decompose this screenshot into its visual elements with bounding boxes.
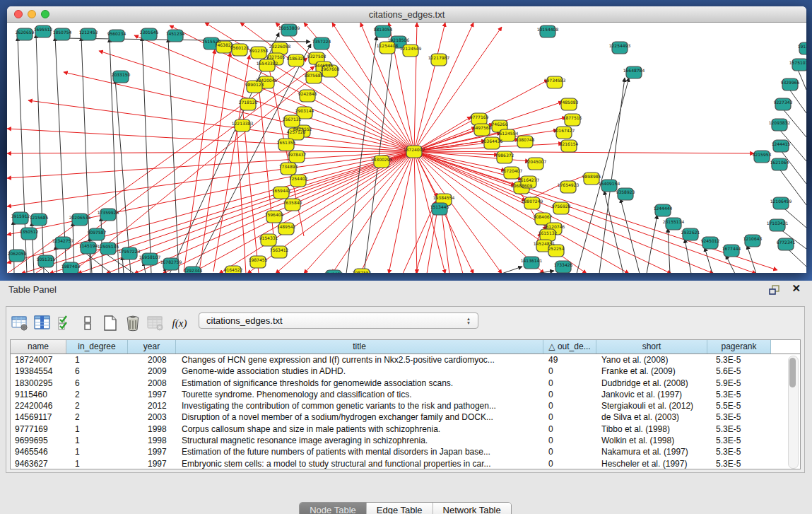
table-row[interactable]: 911546021997Tourette syndrome. Phenomeno… — [11, 389, 800, 400]
citation-edge-red[interactable] — [7, 151, 414, 206]
table-cell[interactable]: Tourette syndrome. Phenomenology and cla… — [176, 389, 543, 400]
table-cell[interactable]: Genome-wide association studies in ADHD. — [176, 366, 543, 377]
citation-edge-black[interactable] — [502, 267, 522, 273]
table-cell[interactable]: 0 — [543, 446, 596, 457]
table-cell[interactable]: Changes of HCN gene expression and I(f) … — [176, 354, 543, 366]
table-cell[interactable]: 5.9E-5 — [707, 378, 771, 389]
table-cell[interactable]: 1 — [66, 354, 128, 366]
table-cell[interactable]: Yano et al. (2008) — [596, 354, 707, 366]
show-column-icon[interactable] — [32, 313, 53, 334]
table-cell[interactable]: 18300295 — [11, 378, 66, 389]
table-row[interactable]: 2242004622012Investigating the contribut… — [11, 400, 800, 411]
citation-edge-black[interactable] — [620, 199, 640, 273]
column-header-year[interactable]: year — [128, 340, 176, 354]
tab-node-table[interactable]: Node Table — [300, 503, 366, 514]
citation-edge-red[interactable] — [414, 23, 445, 151]
network-canvas[interactable]: 2620659169551218507541212453956023423016… — [7, 23, 806, 273]
citation-edge-red[interactable] — [7, 151, 414, 153]
table-cell[interactable]: Dudbridge et al. (2008) — [596, 378, 707, 389]
table-cell[interactable]: 0 — [543, 378, 596, 389]
delete-trash-icon[interactable] — [122, 313, 143, 334]
column-header-in_degree[interactable]: in_degree — [66, 340, 128, 354]
table-cell[interactable]: 0 — [543, 458, 596, 469]
table-cell[interactable]: 0 — [543, 435, 596, 446]
table-cell[interactable]: 9463627 — [11, 458, 66, 469]
citation-edge-red[interactable] — [389, 151, 414, 273]
table-cell[interactable]: 1 — [66, 435, 128, 446]
citation-edge-black[interactable] — [747, 245, 756, 273]
minimize-window-icon[interactable] — [28, 10, 36, 18]
table-cell[interactable]: 1998 — [128, 424, 176, 435]
table-cell[interactable]: 5.3E-5 — [707, 446, 771, 457]
column-header-pagerank[interactable]: pagerank — [707, 340, 771, 354]
table-cell[interactable]: Estimation of the future numbers of pati… — [176, 446, 543, 457]
citation-edge-black[interactable] — [705, 247, 712, 273]
table-cell[interactable]: Franke et al. (2009) — [596, 366, 707, 377]
scrollbar-thumb[interactable] — [789, 358, 796, 387]
table-cell[interactable]: 5.3E-5 — [707, 424, 771, 435]
table-cell[interactable]: 2 — [66, 411, 128, 423]
table-cell[interactable]: Investigating the contribution of common… — [176, 400, 543, 411]
table-cell[interactable]: 9465546 — [11, 446, 66, 457]
citation-edge-red[interactable] — [414, 151, 671, 273]
close-window-icon[interactable] — [14, 10, 23, 18]
tab-network-table[interactable]: Network Table — [433, 503, 511, 514]
citation-edge-red[interactable] — [414, 23, 417, 151]
citation-edge-black[interactable] — [536, 271, 554, 273]
citation-edge-black[interactable] — [64, 38, 310, 42]
float-panel-icon[interactable] — [768, 284, 781, 296]
table-row[interactable]: 946554611997Estimation of the future num… — [11, 446, 800, 457]
column-header-out_de[interactable]: △ out_de... — [543, 340, 596, 354]
citation-edge-red[interactable] — [21, 151, 414, 273]
table-row[interactable]: 1872400712008Changes of HCN gene express… — [11, 354, 800, 366]
table-cell[interactable]: 19384554 — [11, 366, 66, 377]
zoom-window-icon[interactable] — [41, 10, 49, 18]
new-document-icon[interactable] — [100, 313, 121, 334]
table-cell[interactable]: Estimation of significance thresholds fo… — [176, 378, 543, 389]
table-cell[interactable]: 5.3E-5 — [707, 435, 771, 446]
table-cell[interactable]: 0 — [543, 400, 596, 411]
table-cell[interactable]: Embryonic stem cells: a model to study s… — [176, 458, 543, 469]
table-cell[interactable]: 5.3E-5 — [707, 354, 771, 366]
table-cell[interactable]: 6 — [66, 378, 128, 389]
citation-edge-black[interactable] — [346, 36, 377, 273]
table-cell[interactable]: Nakamura et al. (1997) — [596, 446, 707, 457]
table-row[interactable]: 1456911722003Disruption of a novel membe… — [11, 411, 800, 423]
table-row[interactable]: 1830029562008Estimation of significance … — [11, 378, 800, 389]
table-cell[interactable]: Tibbo et al. (1998) — [596, 424, 707, 435]
table-cell[interactable]: de Silva et al. (2003) — [596, 411, 707, 423]
table-cell[interactable]: 5.5E-5 — [707, 400, 771, 411]
citation-edge-black[interactable] — [142, 37, 151, 273]
network-graph[interactable]: 2620659169551218507541212453956023423016… — [7, 23, 806, 273]
table-cell[interactable]: 1997 — [128, 446, 176, 457]
rows-icon[interactable] — [77, 313, 98, 334]
table-cell[interactable]: 5.6E-5 — [707, 366, 771, 377]
table-cell[interactable]: 1997 — [128, 458, 176, 469]
table-cell[interactable]: 2008 — [128, 354, 176, 366]
citation-edge-red[interactable] — [7, 151, 414, 178]
window-titlebar[interactable]: citations_edges.txt — [7, 6, 806, 23]
tab-edge-table[interactable]: Edge Table — [366, 503, 433, 514]
citation-edge-red[interactable] — [414, 151, 417, 273]
table-cell[interactable]: Wolkin et al. (1998) — [596, 435, 707, 446]
table-cell[interactable]: 1 — [66, 424, 128, 435]
citation-edge-black[interactable] — [168, 38, 179, 273]
table-cell[interactable]: 0 — [543, 411, 596, 423]
citation-edge-black[interactable] — [726, 255, 735, 273]
column-header-short[interactable]: short — [596, 340, 707, 354]
table-cell[interactable]: 9699695 — [11, 435, 66, 446]
citation-edge-red[interactable] — [403, 201, 436, 273]
table-row[interactable]: 946362711997Embryonic stem cells: a mode… — [11, 458, 800, 469]
table-cell[interactable]: 22420046 — [11, 400, 66, 411]
table-cell[interactable]: 49 — [543, 354, 596, 366]
function-builder-icon[interactable]: f(x) — [167, 313, 192, 334]
citation-edge-red[interactable] — [414, 23, 473, 151]
table-cell[interactable]: 0 — [543, 389, 596, 400]
table-cell[interactable]: 0 — [543, 366, 596, 377]
table-cell[interactable]: 9777169 — [11, 424, 66, 435]
vertical-scrollbar[interactable] — [788, 356, 799, 469]
column-header-name[interactable]: name — [11, 340, 66, 354]
select-all-check-icon[interactable] — [54, 313, 76, 334]
table-cell[interactable]: 2012 — [128, 400, 176, 411]
table-row[interactable]: 977716911998Corpus callosum shape and si… — [11, 424, 800, 435]
